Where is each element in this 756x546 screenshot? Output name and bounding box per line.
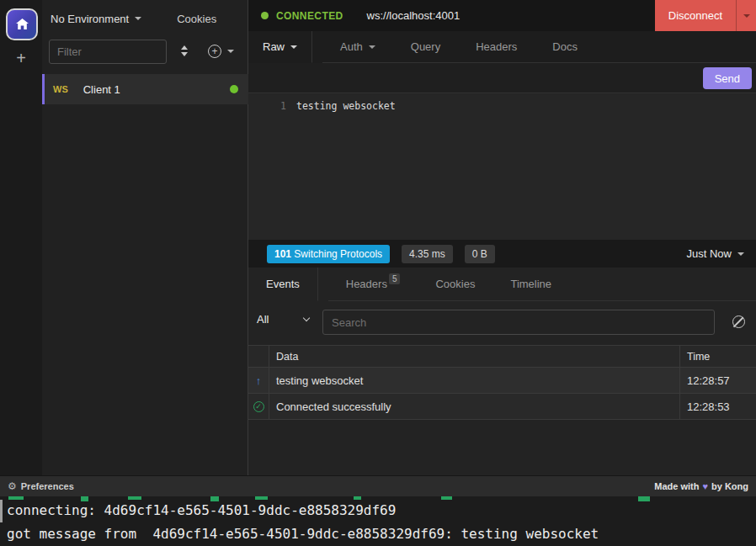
status-code-badge: 101 Switching Protocols xyxy=(267,245,390,263)
app-window: + No Environment Cookies + WS Client 1 xyxy=(0,0,756,546)
sidebar-filter-input[interactable] xyxy=(49,40,167,64)
app-footer: ⚙ Preferences Made with ♥ by Kong xyxy=(0,475,756,496)
column-header-data: Data xyxy=(269,346,679,367)
tab-auth[interactable]: Auth xyxy=(322,31,393,63)
event-time: 12:28:57 xyxy=(679,368,756,393)
sort-down-icon xyxy=(181,52,188,56)
tab-events[interactable]: Events xyxy=(248,268,318,301)
terminal-window: connecting: 4d69cf14-e565-4501-9ddc-e885… xyxy=(0,496,756,546)
editor-content: testing websocket xyxy=(296,100,396,112)
client-name: Client 1 xyxy=(83,83,120,96)
response-tab-bar: Events Headers 5 Cookies Timeline xyxy=(248,268,756,301)
sort-up-icon xyxy=(181,45,188,50)
websocket-url: ws://localhost:4001 xyxy=(367,9,461,22)
headers-count-badge: 5 xyxy=(389,273,401,284)
main-panel: CONNECTED ws://localhost:4001 Disconnect… xyxy=(248,0,756,475)
tab-response-cookies[interactable]: Cookies xyxy=(418,268,492,301)
editor-line: 1 testing websocket xyxy=(248,94,756,112)
plus-circle-icon: + xyxy=(208,45,221,58)
tab-response-headers[interactable]: Headers 5 xyxy=(328,268,418,301)
terminal-scrollbar[interactable] xyxy=(0,500,3,522)
sidebar: No Environment Cookies + WS Client 1 xyxy=(42,0,248,475)
event-data: testing websocket xyxy=(269,368,679,393)
cookies-button[interactable]: Cookies xyxy=(177,13,216,25)
add-request-menu[interactable]: + xyxy=(208,45,234,58)
chevron-down-icon xyxy=(369,45,375,49)
response-time-pill: 4.35 ms xyxy=(402,245,453,263)
events-search-input[interactable] xyxy=(322,310,715,335)
event-data: Connected successfully xyxy=(269,394,679,419)
environment-label: No Environment xyxy=(51,13,129,25)
events-table: Data Time ↑ testing websocket 12:28:57 ✓… xyxy=(248,345,756,420)
tab-query[interactable]: Query xyxy=(393,31,458,63)
table-header-row: Data Time xyxy=(248,345,756,368)
event-time: 12:28:53 xyxy=(679,394,756,419)
request-tab-bar: Raw Auth Query Headers Docs xyxy=(248,31,756,63)
disconnect-button-group: Disconnect xyxy=(655,0,756,31)
tab-raw[interactable]: Raw xyxy=(248,31,312,63)
gear-icon[interactable]: ⚙ xyxy=(8,480,17,492)
disconnect-menu-button[interactable] xyxy=(736,0,756,31)
sidebar-header: No Environment Cookies xyxy=(42,0,248,37)
disconnect-button[interactable]: Disconnect xyxy=(655,0,736,31)
chevron-down-icon xyxy=(737,252,744,256)
home-icon xyxy=(15,18,29,31)
response-size-pill: 0 B xyxy=(465,245,495,263)
ws-protocol-badge: WS xyxy=(53,84,68,94)
heart-icon: ♥ xyxy=(702,481,708,491)
environment-dropdown[interactable]: No Environment xyxy=(51,13,141,25)
made-with-kong-credit: Made with ♥ by Kong xyxy=(654,481,748,491)
table-row[interactable]: ↑ testing websocket 12:28:57 xyxy=(248,368,756,394)
column-header-time: Time xyxy=(679,346,756,367)
chevron-down-icon xyxy=(303,315,310,321)
chevron-down-icon xyxy=(135,17,141,20)
tab-headers[interactable]: Headers xyxy=(458,31,535,63)
sidebar-item-client-1[interactable]: WS Client 1 xyxy=(42,74,248,104)
chevron-down-icon xyxy=(743,14,750,18)
message-editor[interactable]: 1 testing websocket xyxy=(248,94,756,240)
tab-timeline[interactable]: Timeline xyxy=(492,268,569,301)
sort-button[interactable] xyxy=(181,45,188,56)
event-type-select[interactable]: All xyxy=(257,313,309,326)
terminal-line: got message from 4d69cf14-e565-4501-9ddc… xyxy=(7,526,599,542)
chevron-down-icon xyxy=(290,45,297,49)
home-button[interactable] xyxy=(6,8,38,40)
terminal-line: connecting: 4d69cf14-e565-4501-9ddc-e885… xyxy=(7,502,396,518)
send-row: Send xyxy=(248,63,756,93)
response-history-dropdown[interactable]: Just Now xyxy=(687,247,744,260)
events-filter-row: All xyxy=(248,301,756,345)
tab-docs[interactable]: Docs xyxy=(535,31,595,63)
check-circle-icon: ✓ xyxy=(253,401,264,412)
preferences-button[interactable]: Preferences xyxy=(21,481,74,491)
connection-status-dot xyxy=(261,12,269,19)
new-workspace-button[interactable]: + xyxy=(0,49,42,68)
line-number: 1 xyxy=(248,100,286,112)
arrow-up-icon: ↑ xyxy=(256,374,262,387)
chevron-down-icon xyxy=(227,50,234,53)
table-row[interactable]: ✓ Connected successfully 12:28:53 xyxy=(248,394,756,420)
send-button[interactable]: Send xyxy=(703,67,752,89)
workspace-rail: + xyxy=(0,0,42,475)
connection-status-label: CONNECTED xyxy=(276,10,343,22)
client-status-dot xyxy=(230,85,238,93)
response-status-bar: 101 Switching Protocols 4.35 ms 0 B Just… xyxy=(248,240,756,268)
connection-bar: CONNECTED ws://localhost:4001 Disconnect xyxy=(248,0,756,31)
clear-events-icon[interactable] xyxy=(732,315,745,328)
